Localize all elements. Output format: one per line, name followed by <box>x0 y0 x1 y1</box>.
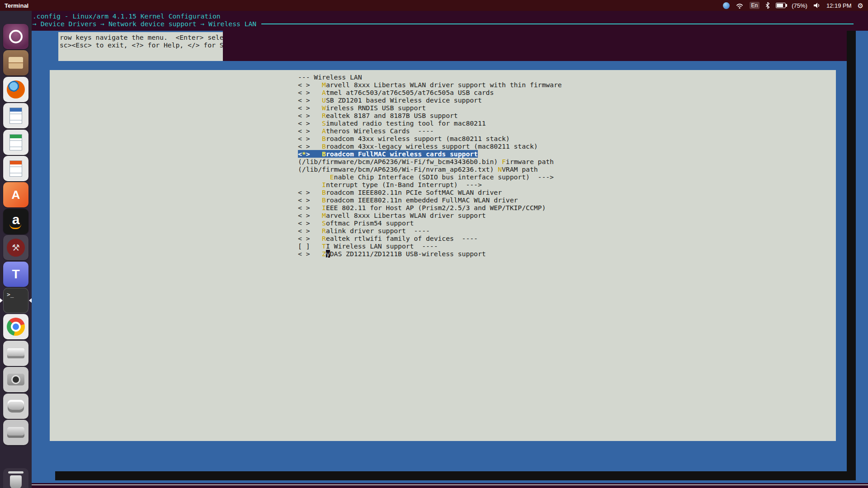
menu-item[interactable]: < > Realtek 8187 and 8187B USB support <box>298 112 458 119</box>
system-tray: En (75%) 12:19 PM ⚙ <box>723 2 863 9</box>
battery-percentage[interactable]: (75%) <box>792 2 807 9</box>
system-tools-launcher-icon[interactable]: ⚒ <box>3 235 28 260</box>
menu-item[interactable]: --- Wireless LAN <box>298 73 362 81</box>
ubuntu-dash-launcher-icon[interactable] <box>3 24 28 49</box>
menuconfig-help-box: row keys navigate the menu. <Enter> sele… <box>58 32 223 61</box>
unity-launcher: Aa⚒T>_ <box>0 11 32 488</box>
kconfig-title: .config - Linux/arm 4.1.15 Kernel Config… <box>33 12 221 20</box>
keyboard-indicator[interactable]: En <box>750 2 760 9</box>
terminal-glyph: >_ <box>7 291 14 298</box>
sync-status-icon[interactable] <box>723 2 730 9</box>
help-line-2: sc><Esc> to exit, <?> for Help, </> for … <box>60 41 223 49</box>
menu-item[interactable]: < > Broadcom IEEE802.11n PCIe SoftMAC WL… <box>298 188 502 196</box>
bluetooth-icon[interactable] <box>765 2 770 9</box>
menu-item[interactable]: [ ] TI Wireless LAN support ---- <box>298 242 438 250</box>
scanner-launcher-icon[interactable] <box>3 341 28 366</box>
network-icon[interactable] <box>736 2 744 9</box>
menu-item[interactable]: < > Marvell 8xxx Libertas WLAN driver su… <box>298 81 562 89</box>
amazon-launcher-icon[interactable]: a <box>3 209 28 234</box>
help-line-1: row keys navigate the menu. <Enter> sele <box>60 33 223 41</box>
menuconfig-menu-panel: --- Wireless LAN< > Marvell 8xxx Liberta… <box>50 70 836 441</box>
menu-item[interactable]: < > Broadcom 43xx wireless support (mac8… <box>298 135 510 142</box>
menu-item[interactable]: < > Realtek rtlwifi family of devices --… <box>298 235 478 242</box>
menu-item[interactable]: < > Wireless RNDIS USB support <box>298 104 426 112</box>
menu-item[interactable]: < > Atheros Wireless Cards ---- <box>298 127 434 135</box>
menu-item[interactable]: < > IEEE 802.11 for Host AP (Prism2/2.5/… <box>298 204 546 211</box>
clock[interactable]: 12:19 PM <box>826 2 852 9</box>
disks-launcher-icon[interactable] <box>3 394 28 419</box>
gear-icon[interactable]: ⚙ <box>858 2 863 9</box>
terminal-launcher-icon[interactable]: >_ <box>3 288 28 313</box>
files-launcher-icon[interactable] <box>3 50 28 75</box>
screenshot-tool-launcher-icon[interactable] <box>3 367 28 392</box>
terminal-bottom-edge <box>32 484 868 485</box>
libreoffice-calc-launcher-icon[interactable] <box>3 130 28 155</box>
t-app-glyph: T <box>12 267 19 282</box>
battery-icon[interactable] <box>776 3 786 8</box>
menu-item[interactable]: < > Softmac Prism54 support <box>298 219 414 227</box>
running-indicator-icon <box>0 298 3 303</box>
menu-item[interactable]: < > Broadcom 43xx-legacy wireless suppor… <box>298 142 538 150</box>
firefox-launcher-icon[interactable] <box>3 77 28 102</box>
menu-item[interactable]: < > Simulated radio testing tool for mac… <box>298 119 486 127</box>
menu-item[interactable]: (/lib/firmware/bcm/AP6236/Wi-Fi/nvram_ap… <box>298 165 538 173</box>
menu-item[interactable]: < > ZyDAS ZD1211/ZD1211B USB-wireless su… <box>298 250 486 258</box>
menu-item[interactable]: Enable Chip Interface (SDIO bus interfac… <box>298 173 554 181</box>
desktop: Terminal En (75%) <box>0 0 868 488</box>
top-panel: Terminal En (75%) <box>0 0 868 11</box>
menu-item[interactable]: < > Ralink driver support ---- <box>298 227 430 235</box>
chrome-launcher-icon[interactable] <box>3 314 28 339</box>
libreoffice-writer-launcher-icon[interactable] <box>3 103 28 128</box>
terminal-cursor: y <box>326 250 330 258</box>
menu-item-selected[interactable]: <*> Broadcom FullMAC wireless cards supp… <box>298 150 478 158</box>
menu-item[interactable]: Interrupt type (In-Band Interrupt) ---> <box>298 181 482 188</box>
dialog-shadow-bottom <box>55 471 847 480</box>
menu-item[interactable]: < > Marvell 8xxx Libertas WLAN driver su… <box>298 211 486 219</box>
terminal-window[interactable]: .config - Linux/arm 4.1.15 Kernel Config… <box>32 11 868 488</box>
t-app-launcher-icon[interactable]: T <box>3 262 28 287</box>
menu-item[interactable]: < > Atmel at76c503/at76c505/at76c505a US… <box>298 89 494 96</box>
ubuntu-software-launcher-icon[interactable]: A <box>3 182 28 207</box>
libreoffice-impress-launcher-icon[interactable] <box>3 156 28 181</box>
ubuntu-software-glyph: A <box>12 188 20 202</box>
amazon-glyph: a <box>12 213 20 226</box>
dialog-shadow-right <box>847 31 856 480</box>
window-title: Terminal <box>5 2 28 9</box>
trash-launcher-icon[interactable] <box>3 468 28 488</box>
menu-item[interactable]: (/lib/firmware/bcm/AP6236/Wi-Fi/fw_bcm43… <box>298 158 554 165</box>
breadcrumb-rule <box>261 23 854 24</box>
volume-icon[interactable] <box>813 2 821 9</box>
system-tools-glyph: ⚒ <box>7 239 25 257</box>
unredrawn-band <box>223 31 856 61</box>
external-drive-launcher-icon[interactable] <box>3 420 28 445</box>
kconfig-breadcrumb: → Device Drivers → Network device suppor… <box>33 20 256 28</box>
menu-item[interactable]: < > Broadcom IEEE802.11n embedded FullMA… <box>298 196 518 204</box>
menu-item[interactable]: < > USB ZD1201 based Wireless device sup… <box>298 96 482 104</box>
